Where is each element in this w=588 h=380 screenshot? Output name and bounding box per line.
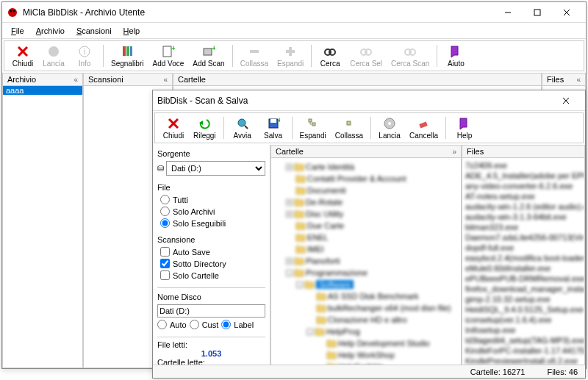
chiudi-button[interactable]: Chiudi [7, 43, 38, 69]
file-row[interactable]: AT-notes-setup.exe [465, 192, 581, 202]
menu-help[interactable]: Help [118, 25, 146, 37]
nome-disco-input[interactable] [157, 304, 265, 318]
tree-row[interactable]: Documenti [274, 184, 461, 196]
svg-text:+: + [277, 117, 280, 124]
add-scan-button[interactable]: +Add Scan [188, 43, 229, 69]
chevron-left-icon[interactable]: « [74, 76, 78, 84]
svg-text:+: + [212, 45, 215, 52]
tree-row[interactable]: -Software [274, 279, 461, 290]
nome-mode-auto[interactable]: Auto [157, 320, 187, 329]
file-row[interactable]: iconsetup(ver.1.6.4).exe [465, 315, 581, 326]
tree-row[interactable]: Help Development Studio [274, 337, 461, 349]
archivio-item[interactable]: aaaa [3, 86, 82, 95]
help-button[interactable]: Help [449, 115, 480, 141]
file-row[interactable]: ePUBeeePUB-DRMRemoval.exe [465, 274, 581, 284]
file-row[interactable]: gimp-2.10.32-setup.exe [465, 295, 581, 305]
tree-expander[interactable]: - [306, 329, 313, 335]
tree-row[interactable]: ENEL [274, 232, 461, 243]
menu-archivio[interactable]: Archivio [30, 25, 71, 37]
x-red-icon [167, 117, 180, 130]
file-option-2[interactable]: Solo Eseguibili [160, 218, 265, 228]
chevron-right-icon[interactable]: » [452, 148, 456, 156]
maximize-button[interactable] [523, 3, 552, 22]
file-row[interactable]: ld3tagedit4_setup(TAG-MP3).exe [465, 336, 581, 346]
save-icon: + [267, 117, 280, 130]
main-title: MiCla BibDisk - Archivio Utente [23, 7, 493, 18]
cerca-button[interactable]: Cerca [315, 43, 345, 69]
rileggi-button[interactable]: Rileggi [189, 115, 220, 141]
lancia-button[interactable]: Lancia [374, 115, 405, 141]
tree-row[interactable]: +Pianoforti [274, 255, 461, 267]
tree-row[interactable]: Due Carte [274, 220, 461, 232]
scan-option-0[interactable]: Auto Save [160, 247, 265, 257]
file-row[interactable]: dopdf-full.exe [465, 243, 581, 254]
tree-row[interactable]: Help WorkShop [274, 349, 461, 361]
sorgente-select[interactable]: Dati (D:) [166, 161, 265, 176]
tree-expander[interactable]: + [286, 164, 293, 171]
erase-icon [417, 117, 431, 130]
file-row[interactable]: easybcd.2.4(modifica boot-loader).exe [465, 254, 581, 264]
tree-expander[interactable]: - [286, 270, 293, 276]
tree-row[interactable]: +De-Rotate [274, 196, 461, 208]
tree-expander[interactable]: + [286, 258, 293, 265]
menu-scansioni[interactable]: Scansioni [71, 25, 118, 37]
file-row[interactable]: bitman323.exe [465, 223, 581, 233]
file-row[interactable]: HeidiSQL_9.4.0.5125_Setup.exe [465, 305, 581, 315]
nome-mode-label[interactable]: Label [221, 320, 254, 329]
add-voce-button[interactable]: +Add Voce [148, 43, 188, 69]
collassa-button[interactable]: Collassa [331, 115, 368, 141]
tree-row[interactable]: -HelpProg [274, 326, 461, 337]
file-row[interactable]: any-video-converter-6.2.6.exe [465, 182, 581, 192]
tree-row[interactable]: bulkRechanger-x64 (mod disn file) [274, 302, 461, 314]
svg-point-1 [10, 10, 12, 12]
tree-row[interactable]: IMEI [274, 243, 461, 255]
tree-row[interactable]: -Programmazione [274, 267, 461, 279]
file-row[interactable]: firefox_download_manager_installer… [465, 284, 581, 295]
menu-file[interactable]: File [5, 25, 30, 37]
scan-option-2[interactable]: Solo Cartelle [160, 270, 265, 280]
tree-expander[interactable]: + [286, 211, 293, 218]
svg-point-44 [388, 122, 391, 125]
files-header: Files« [542, 73, 586, 86]
file-option-1[interactable]: Solo Archivi [160, 207, 265, 216]
svg-point-33 [238, 119, 245, 126]
aiuto-button[interactable]: Aiuto [440, 43, 471, 69]
file-row[interactable]: Daemon7.sdsLite4256-00713(VirtualC… [465, 233, 581, 243]
tree-expander[interactable]: + [286, 199, 293, 206]
file-row[interactable]: ADE_4.5_Installer(adobe per EPUB… [465, 171, 581, 182]
espandi-button[interactable]: Espandi [295, 115, 331, 141]
tree-row[interactable]: +Disc Utility [274, 208, 461, 220]
chiudi-button[interactable]: Chiudi [158, 115, 189, 141]
nome-mode-cust[interactable]: Cust [190, 320, 219, 329]
svg-rect-13 [126, 46, 129, 56]
close-button[interactable] [552, 3, 581, 22]
segnalibri-button[interactable]: Segnalibri [107, 43, 148, 69]
cancella-button[interactable]: Cancella [405, 115, 442, 141]
tree-row[interactable]: Clonazione HD e altro [274, 314, 461, 326]
folder-tree[interactable]: +Carte IdentitàContatti Provider & Accou… [271, 158, 461, 366]
chevron-left-icon[interactable]: « [576, 76, 581, 84]
file-row[interactable]: KindleForPC-installer-1.17.44170.exe [465, 346, 581, 356]
dialog-title: BibDisk - Scan & Salva [157, 96, 551, 106]
files-list[interactable]: 7z2409.exeADE_4.5_Installer(adobe per EP… [462, 158, 584, 366]
tree-expander[interactable]: - [296, 282, 303, 288]
addvoce-icon: + [162, 45, 175, 58]
chevron-left-icon[interactable]: « [163, 76, 168, 84]
dialog-close-button[interactable] [551, 91, 581, 110]
help-icon [458, 117, 471, 130]
file-option-0[interactable]: Tutti [160, 195, 265, 204]
minimize-button[interactable] [493, 3, 523, 22]
tree-row[interactable]: AS SSD Disk Benchmark [274, 290, 461, 302]
file-row[interactable]: Inifosetup.exe [465, 326, 581, 336]
file-row[interactable]: 7z2409.exe [465, 161, 581, 171]
scansioni-header: Scansioni« [83, 73, 173, 86]
tree-row[interactable]: +Carte Identità [274, 161, 461, 173]
salva-button[interactable]: +Salva [258, 115, 289, 141]
file-row[interactable]: audacity-win-3.1.3-64bit.exe [465, 212, 581, 223]
file-row[interactable]: audacity-win-1.2.6 (editor audio).exe [465, 202, 581, 212]
avvia-button[interactable]: Avvia [227, 115, 258, 141]
tree-row[interactable]: Contatti Provider & Account [274, 173, 461, 184]
file-row[interactable]: eMule0.60dInstaller.exe [465, 264, 581, 274]
svg-rect-14 [130, 46, 132, 56]
scan-option-1[interactable]: Sotto Directory [160, 259, 265, 268]
